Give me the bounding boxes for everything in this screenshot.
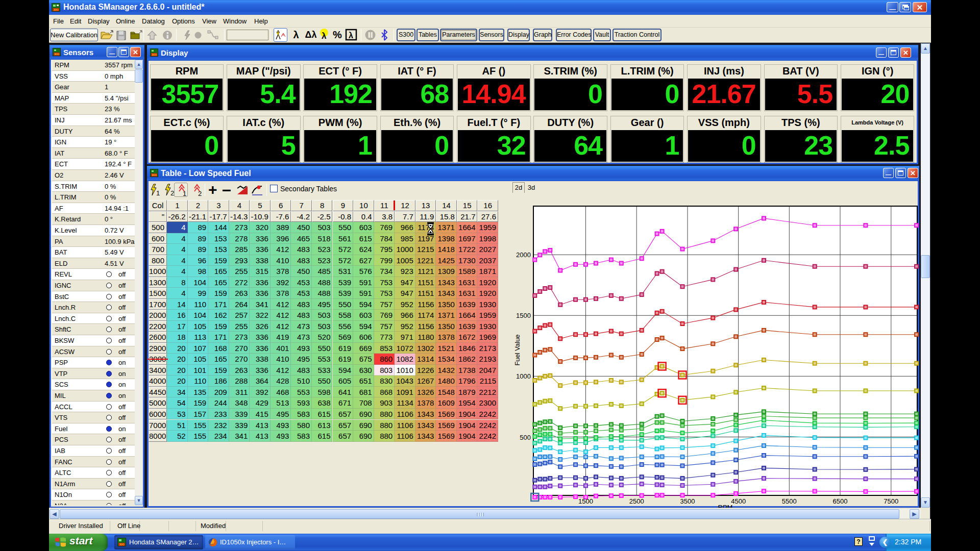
svg-text:1: 1 [183,190,186,197]
svg-text:1: 1 [156,189,160,197]
svg-text:λ: λ [322,31,327,41]
svg-text:6500: 6500 [833,497,848,505]
svg-text:3500: 3500 [680,497,695,505]
svg-text:500: 500 [520,434,531,441]
svg-text:Fuel Value: Fuel Value [513,334,521,365]
svg-text:2000: 2000 [516,251,531,259]
svg-text:λ: λ [349,31,353,40]
svg-text:1500: 1500 [578,497,593,505]
svg-text:1000: 1000 [516,372,531,380]
svg-text:7500: 7500 [884,497,898,505]
svg-text:5500: 5500 [782,497,797,505]
svg-text:4500: 4500 [731,497,746,505]
svg-text:2500: 2500 [629,497,644,505]
svg-text:2: 2 [198,190,202,197]
svg-text:1500: 1500 [516,312,531,319]
